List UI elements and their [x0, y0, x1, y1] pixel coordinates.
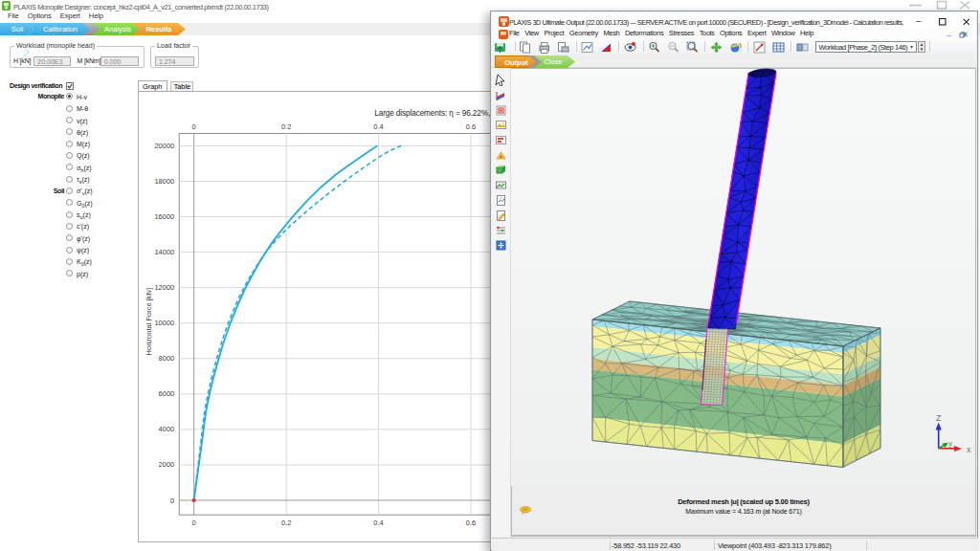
svg-text:8000: 8000 — [158, 354, 174, 363]
svg-text:0: 0 — [191, 518, 195, 526]
svg-text:y: y — [949, 440, 953, 448]
svg-text:20000: 20000 — [154, 142, 174, 150]
svg-text:18000: 18000 — [154, 177, 174, 186]
svg-text:Horizontal Force [kN]: Horizontal Force [kN] — [145, 288, 153, 355]
svg-text:14000: 14000 — [154, 248, 174, 256]
svg-text:4000: 4000 — [158, 425, 174, 433]
svg-text:0.2: 0.2 — [281, 518, 291, 526]
svg-text:0.6: 0.6 — [466, 518, 476, 526]
svg-text:0.4: 0.4 — [373, 121, 383, 130]
svg-text:0.4: 0.4 — [373, 518, 383, 526]
svg-text:0: 0 — [191, 121, 195, 130]
svg-text:16000: 16000 — [154, 212, 174, 221]
svg-text:0: 0 — [170, 496, 174, 504]
svg-text:x: x — [967, 445, 971, 454]
svg-text:Large displacements: η = 96.22: Large displacements: η = 96.22%, — [374, 109, 490, 118]
svg-text:0.2: 0.2 — [281, 121, 291, 130]
svg-text:12000: 12000 — [154, 283, 174, 292]
svg-text:6000: 6000 — [158, 389, 174, 398]
svg-text:0.6: 0.6 — [466, 121, 476, 130]
svg-text:Z: Z — [936, 413, 942, 423]
svg-text:10000: 10000 — [154, 319, 174, 327]
svg-text:2000: 2000 — [158, 460, 174, 469]
